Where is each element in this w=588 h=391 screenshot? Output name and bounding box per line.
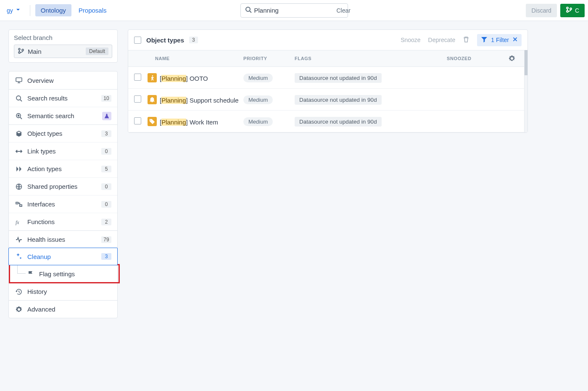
count-badge: 10: [101, 95, 111, 102]
globe-icon: [15, 183, 23, 190]
pulse-icon: [15, 236, 23, 243]
sidebar-item-flag-settings[interactable]: Flag settings: [9, 265, 117, 283]
main-toolbar: Object types 3 Snooze Deprecate 1 Filter: [128, 30, 527, 50]
sidebar-item-label: Semantic search: [27, 112, 74, 119]
sidebar-item-search-results[interactable]: Search results 10: [9, 89, 117, 107]
svg-point-5: [18, 48, 20, 50]
main-panel: Object types 3 Snooze Deprecate 1 Filter…: [128, 29, 528, 133]
row-checkbox[interactable]: [134, 74, 141, 81]
sidebar-item-label: Cleanup: [27, 253, 51, 260]
sidebar-item-advanced[interactable]: Advanced: [9, 300, 117, 318]
scrollbar[interactable]: [524, 50, 527, 132]
sidebar-item-action-types[interactable]: Action types 5: [9, 160, 117, 177]
close-icon[interactable]: [512, 37, 518, 43]
filter-chip[interactable]: 1 Filter: [477, 34, 522, 46]
scrollbar-thumb[interactable]: [525, 50, 527, 75]
sidebar-item-functions[interactable]: fx Functions 2: [9, 213, 117, 230]
table-body: [Planning] OOTOMediumDatasource not upda…: [128, 67, 524, 132]
count-badge: 79: [101, 236, 111, 243]
caret-down-icon: [15, 6, 21, 14]
sidebar-item-history[interactable]: History: [9, 283, 117, 300]
history-icon: [15, 288, 23, 295]
table-row[interactable]: [Planning] Support scheduleMediumDatasou…: [128, 89, 524, 111]
sidebar-item-semantic-search[interactable]: Semantic search: [9, 107, 117, 124]
sidebar-item-health-issues[interactable]: Health issues 79: [9, 230, 117, 248]
sidebar-item-interfaces[interactable]: Interfaces 0: [9, 195, 117, 213]
search-input[interactable]: [252, 7, 337, 14]
branch-selector-label: Select branch: [14, 34, 112, 41]
svg-point-7: [22, 49, 24, 51]
flag-icon: [26, 270, 35, 277]
tab-ontology[interactable]: Ontology: [35, 4, 71, 16]
column-snoozed[interactable]: SNOOZED: [447, 56, 506, 61]
cube-icon: [15, 130, 23, 137]
walk-icon: [148, 73, 157, 82]
snooze-action[interactable]: Snooze: [401, 37, 420, 43]
svg-text:fx: fx: [16, 219, 19, 225]
create-branch-button[interactable]: C: [560, 4, 585, 17]
sidebar-item-label: Interfaces: [27, 201, 55, 208]
nav-dropdown-label: gy: [7, 7, 13, 14]
sidebar-item-overview[interactable]: Overview: [9, 71, 117, 89]
nav-dropdown[interactable]: gy: [3, 5, 25, 16]
trash-icon[interactable]: [463, 36, 469, 44]
sidebar-item-object-types[interactable]: Object types 3: [9, 124, 117, 142]
discard-button[interactable]: Discard: [526, 4, 556, 17]
gear-icon: [15, 306, 23, 313]
link-icon: [15, 148, 23, 155]
column-name[interactable]: NAME: [148, 56, 243, 61]
count-badge: 0: [101, 183, 111, 190]
count-badge: 0: [101, 201, 111, 208]
count-badge: 2: [101, 219, 111, 225]
action-icon: [15, 166, 23, 172]
search-clear[interactable]: Clear: [337, 7, 351, 14]
page-title: Object types: [146, 37, 184, 44]
tree-connector: [17, 265, 26, 274]
row-checkbox[interactable]: [134, 95, 141, 103]
column-priority[interactable]: PRIORITY: [243, 56, 295, 61]
sidebar-item-shared-properties[interactable]: Shared properties 0: [9, 177, 117, 195]
sidebar-item-label: Object types: [27, 130, 62, 137]
branch-name: Main: [28, 48, 42, 55]
sparkle-icon: [15, 253, 23, 260]
count-badge: 3: [101, 130, 111, 137]
table-row[interactable]: [Planning] OOTOMediumDatasource not upda…: [128, 67, 524, 89]
flag-pill: Datasource not updated in 90d: [295, 73, 382, 83]
count-badge: 5: [101, 166, 111, 172]
search-icon: [15, 95, 23, 102]
monitor-icon: [15, 77, 23, 84]
tag-icon: [148, 117, 157, 126]
row-checkbox[interactable]: [134, 117, 141, 124]
function-icon: fx: [15, 219, 23, 225]
search-icon: [245, 6, 252, 14]
table-header: NAME PRIORITY FLAGS SNOOZED: [128, 50, 524, 67]
table-row[interactable]: [Planning] Work ItemMediumDatasource not…: [128, 111, 524, 132]
tab-proposals[interactable]: Proposals: [73, 4, 112, 16]
svg-point-3: [567, 11, 568, 12]
flag-pill: Datasource not updated in 90d: [295, 117, 382, 127]
svg-line-10: [20, 100, 22, 101]
priority-pill: Medium: [243, 117, 273, 126]
row-name: [Planning] Support schedule: [160, 97, 239, 104]
row-name: [Planning] Work Item: [160, 119, 218, 126]
semantic-search-icon: [15, 113, 23, 119]
sidebar-item-cleanup[interactable]: Cleanup 3: [8, 248, 118, 265]
sidebar-item-label: Shared properties: [27, 183, 77, 190]
svg-point-6: [18, 52, 20, 53]
deprecate-action[interactable]: Deprecate: [428, 37, 456, 43]
select-all-checkbox[interactable]: [134, 37, 141, 44]
sidebar-item-label: Functions: [27, 218, 55, 225]
sidebar-item-link-types[interactable]: Link types 0: [9, 142, 117, 160]
svg-rect-15: [16, 202, 18, 204]
search-field[interactable]: Clear: [240, 3, 348, 18]
interface-icon: [15, 201, 23, 208]
branch-selector-panel: Select branch Main Default: [8, 29, 118, 63]
gear-icon[interactable]: [506, 55, 518, 62]
svg-point-4: [570, 8, 572, 10]
separator: [30, 5, 30, 16]
branch-selector[interactable]: Main Default: [14, 45, 112, 58]
column-flags[interactable]: FLAGS: [295, 56, 447, 61]
filter-label: 1 Filter: [491, 37, 509, 43]
priority-pill: Medium: [243, 95, 273, 104]
count-badge: 3: [189, 37, 198, 43]
